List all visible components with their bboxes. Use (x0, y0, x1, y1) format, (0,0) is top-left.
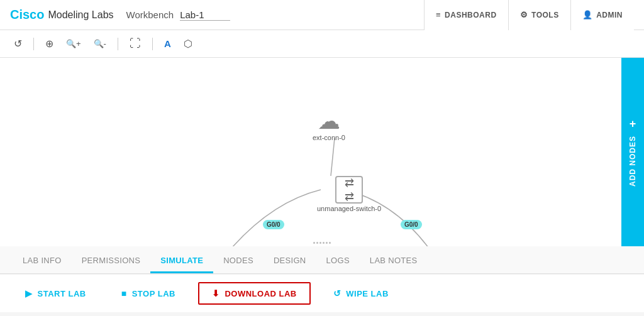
workbench-label: Workbench (126, 9, 174, 20)
tab-logs[interactable]: LOGS (316, 249, 360, 273)
switch-label: unmanaged-switch-0 (317, 205, 381, 212)
drag-dot-1 (313, 242, 315, 244)
topology-button[interactable]: ⬡ (180, 35, 196, 52)
toolbar: ↺ ⊕ 🔍+ 🔍- ⛶ A ⬡ (0, 30, 644, 58)
tools-label: TOOLS (531, 11, 559, 19)
logo-cisco: Cisco (10, 8, 44, 22)
zoom-in-button[interactable]: 🔍+ (62, 36, 85, 51)
canvas-container: ☁ ext-conn-0 ⇄⇄ unmanaged-switch-0 ✛ IOS… (0, 58, 644, 246)
wipe-icon: ↺ (333, 288, 341, 298)
nav-admin[interactable]: 👤 ADMIN (570, 0, 634, 30)
node-unmanaged-switch-0[interactable]: ⇄⇄ unmanaged-switch-0 (317, 176, 381, 212)
dashboard-icon: ≡ (436, 10, 441, 19)
header: Cisco Modeling Labs Workbench ≡ DASHBOAR… (0, 0, 644, 30)
tab-permissions[interactable]: PERMISSIONS (72, 249, 151, 273)
tabs-bar: LAB INFO PERMISSIONS SIMULATE NODES DESI… (0, 246, 644, 274)
toolbar-sep-2 (118, 38, 118, 50)
actions-bar: ▶ START LAB ■ STOP LAB ⬇ DOWNLOAD LAB ↺ … (0, 274, 644, 312)
download-lab-label: DOWNLOAD LAB (225, 289, 296, 298)
logo: Cisco Modeling Labs (10, 8, 114, 22)
cloud-icon: ☁ (318, 110, 340, 133)
switch-box: ⇄⇄ (335, 176, 363, 204)
toolbar-sep-3 (152, 38, 153, 50)
fullscreen-button[interactable]: ⛶ (126, 35, 145, 53)
toolbar-sep-1 (33, 38, 34, 50)
drag-dot-3 (319, 242, 321, 244)
nav-dashboard[interactable]: ≡ DASHBOARD (424, 0, 508, 30)
node-ext-conn-0[interactable]: ☁ ext-conn-0 (313, 110, 345, 141)
canvas-area[interactable]: ☁ ext-conn-0 ⇄⇄ unmanaged-switch-0 ✛ IOS… (0, 58, 644, 246)
start-icon: ▶ (25, 288, 33, 298)
wipe-lab-label: WIPE LAB (346, 289, 389, 298)
add-node-button[interactable]: ⊕ (42, 35, 57, 52)
lab-name-input[interactable] (180, 9, 230, 21)
header-nav: ≡ DASHBOARD ⚙ TOOLS 👤 ADMIN (424, 0, 634, 30)
start-lab-label: START LAB (38, 289, 86, 298)
link-label-g0-0-left: G0/0 (263, 220, 284, 229)
drag-dot-2 (316, 242, 318, 244)
start-lab-button[interactable]: ▶ START LAB (13, 283, 99, 303)
add-nodes-label: ADD NODES (629, 136, 636, 187)
zoom-out-button[interactable]: 🔍- (90, 36, 110, 51)
undo-button[interactable]: ↺ (10, 35, 26, 52)
dashboard-label: DASHBOARD (445, 11, 497, 19)
tools-icon: ⚙ (520, 10, 528, 19)
wipe-lab-button[interactable]: ↺ WIPE LAB (321, 283, 401, 303)
stop-icon: ■ (121, 288, 127, 298)
drag-handle (313, 242, 331, 244)
drag-dot-4 (323, 242, 325, 244)
text-button[interactable]: A (160, 36, 175, 52)
drag-dot-5 (326, 242, 328, 244)
stop-lab-label: STOP LAB (132, 289, 175, 298)
nav-tools[interactable]: ⚙ TOOLS (508, 0, 570, 30)
drag-dot-6 (329, 242, 331, 244)
admin-icon: 👤 (582, 10, 593, 19)
connections-svg (0, 58, 644, 246)
download-lab-button[interactable]: ⬇ DOWNLOAD LAB (198, 282, 311, 305)
switch-arrows-icon: ⇄⇄ (345, 176, 354, 204)
stop-lab-button[interactable]: ■ STOP LAB (109, 283, 188, 303)
add-nodes-plus-icon: + (630, 117, 636, 131)
link-label-g0-0-right: G0/0 (401, 220, 422, 229)
add-nodes-panel[interactable]: + ADD NODES (621, 58, 644, 246)
tab-lab-notes[interactable]: LAB NOTES (360, 249, 428, 273)
admin-label: ADMIN (596, 11, 623, 19)
svg-line-0 (331, 138, 335, 176)
tab-lab-info[interactable]: LAB INFO (13, 249, 72, 273)
tab-design[interactable]: DESIGN (264, 249, 316, 273)
ext-conn-label: ext-conn-0 (313, 134, 345, 141)
download-icon: ⬇ (212, 288, 220, 298)
tab-nodes[interactable]: NODES (213, 249, 264, 273)
tab-simulate[interactable]: SIMULATE (150, 249, 213, 273)
logo-text: Modeling Labs (48, 9, 113, 21)
